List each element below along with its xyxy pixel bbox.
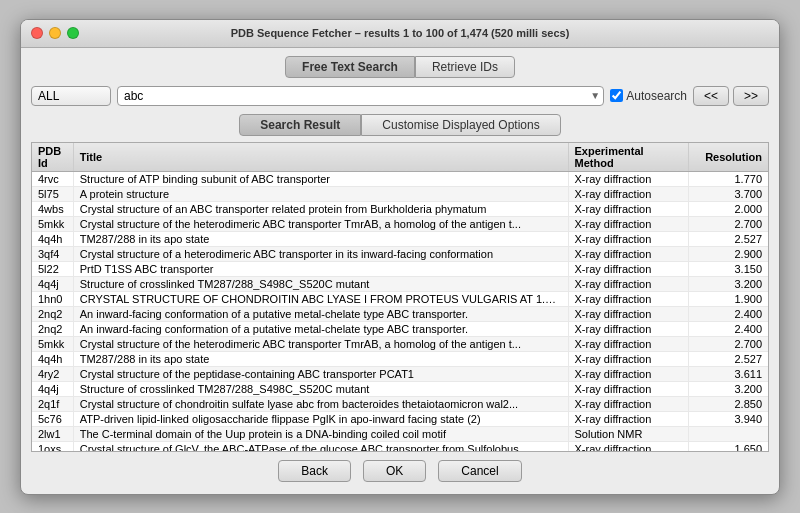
cell-resolution: 2.527 bbox=[688, 231, 768, 246]
cell-resolution: 1.650 bbox=[688, 441, 768, 452]
cell-resolution bbox=[688, 426, 768, 441]
cell-resolution: 3.200 bbox=[688, 276, 768, 291]
cell-resolution: 2.000 bbox=[688, 201, 768, 216]
cell-resolution: 2.527 bbox=[688, 351, 768, 366]
cell-pdb-id: 5mkk bbox=[32, 336, 73, 351]
subtab-bar: Search Result Customise Displayed Option… bbox=[31, 114, 769, 136]
tab-free-text[interactable]: Free Text Search bbox=[285, 56, 415, 78]
bottom-bar: Back OK Cancel bbox=[31, 452, 769, 486]
cell-title: Structure of ATP binding subunit of ABC … bbox=[73, 171, 568, 186]
cell-method: X-ray diffraction bbox=[568, 171, 688, 186]
cell-pdb-id: 1hn0 bbox=[32, 291, 73, 306]
cell-method: X-ray diffraction bbox=[568, 261, 688, 276]
titlebar: PDB Sequence Fetcher – results 1 to 100 … bbox=[21, 20, 779, 48]
table-row[interactable]: 1hn0CRYSTAL STRUCTURE OF CHONDROITIN ABC… bbox=[32, 291, 768, 306]
cell-pdb-id: 4q4j bbox=[32, 276, 73, 291]
next-button[interactable]: >> bbox=[733, 86, 769, 106]
main-window: PDB Sequence Fetcher – results 1 to 100 … bbox=[20, 19, 780, 495]
cancel-button[interactable]: Cancel bbox=[438, 460, 521, 482]
cell-pdb-id: 2lw1 bbox=[32, 426, 73, 441]
table-row[interactable]: 2q1fCrystal structure of chondroitin sul… bbox=[32, 396, 768, 411]
main-tab-bar: Free Text Search Retrieve IDs bbox=[31, 56, 769, 78]
cell-pdb-id: 5mkk bbox=[32, 216, 73, 231]
close-button[interactable] bbox=[31, 27, 43, 39]
cell-resolution: 2.700 bbox=[688, 336, 768, 351]
prev-button[interactable]: << bbox=[693, 86, 729, 106]
col-header-resolution: Resolution bbox=[688, 143, 768, 172]
table-row[interactable]: 4q4hTM287/288 in its apo stateX-ray diff… bbox=[32, 231, 768, 246]
table-row[interactable]: 4q4jStructure of crosslinked TM287/288_S… bbox=[32, 276, 768, 291]
cell-title: Crystal structure of an ABC transporter … bbox=[73, 201, 568, 216]
table-row[interactable]: 4wbsCrystal structure of an ABC transpor… bbox=[32, 201, 768, 216]
cell-method: X-ray diffraction bbox=[568, 411, 688, 426]
cell-resolution: 2.400 bbox=[688, 321, 768, 336]
cell-title: An inward-facing conformation of a putat… bbox=[73, 321, 568, 336]
col-header-title: Title bbox=[73, 143, 568, 172]
table-row[interactable]: 4ry2Crystal structure of the peptidase-c… bbox=[32, 366, 768, 381]
table-row[interactable]: 4q4hTM287/288 in its apo stateX-ray diff… bbox=[32, 351, 768, 366]
table-row[interactable]: 4rvcStructure of ATP binding subunit of … bbox=[32, 171, 768, 186]
cell-resolution: 2.400 bbox=[688, 306, 768, 321]
category-dropdown[interactable]: ALL bbox=[31, 86, 111, 106]
table-row[interactable]: 2lw1The C-terminal domain of the Uup pro… bbox=[32, 426, 768, 441]
cell-pdb-id: 4rvc bbox=[32, 171, 73, 186]
cell-pdb-id: 2nq2 bbox=[32, 321, 73, 336]
cell-method: X-ray diffraction bbox=[568, 396, 688, 411]
traffic-lights bbox=[31, 27, 79, 39]
search-input[interactable] bbox=[117, 86, 604, 106]
cell-title: Structure of crosslinked TM287/288_S498C… bbox=[73, 276, 568, 291]
cell-pdb-id: 3qf4 bbox=[32, 246, 73, 261]
cell-title: TM287/288 in its apo state bbox=[73, 351, 568, 366]
table-row[interactable]: 2nq2An inward-facing conformation of a p… bbox=[32, 306, 768, 321]
subtab-customise[interactable]: Customise Displayed Options bbox=[361, 114, 560, 136]
results-table-container[interactable]: PDB Id Title Experimental Method Resolut… bbox=[31, 142, 769, 452]
table-row[interactable]: 4q4jStructure of crosslinked TM287/288_S… bbox=[32, 381, 768, 396]
cell-method: X-ray diffraction bbox=[568, 186, 688, 201]
cell-resolution: 2.900 bbox=[688, 246, 768, 261]
minimize-button[interactable] bbox=[49, 27, 61, 39]
table-row[interactable]: 1oxsCrystal structure of GlcV, the ABC-A… bbox=[32, 441, 768, 452]
autosearch-label: Autosearch bbox=[610, 89, 687, 103]
cell-pdb-id: 1oxs bbox=[32, 441, 73, 452]
ok-button[interactable]: OK bbox=[363, 460, 426, 482]
back-button[interactable]: Back bbox=[278, 460, 351, 482]
maximize-button[interactable] bbox=[67, 27, 79, 39]
table-row[interactable]: 5mkkCrystal structure of the heterodimer… bbox=[32, 216, 768, 231]
cell-pdb-id: 2q1f bbox=[32, 396, 73, 411]
cell-pdb-id: 4ry2 bbox=[32, 366, 73, 381]
cell-title: ATP-driven lipid-linked oligosaccharide … bbox=[73, 411, 568, 426]
cell-method: X-ray diffraction bbox=[568, 231, 688, 246]
cell-pdb-id: 5l75 bbox=[32, 186, 73, 201]
cell-title: PrtD T1SS ABC transporter bbox=[73, 261, 568, 276]
cell-resolution: 3.611 bbox=[688, 366, 768, 381]
cell-method: X-ray diffraction bbox=[568, 321, 688, 336]
cell-title: Structure of crosslinked TM287/288_S498C… bbox=[73, 381, 568, 396]
table-row[interactable]: 5c76ATP-driven lipid-linked oligosacchar… bbox=[32, 411, 768, 426]
cell-method: X-ray diffraction bbox=[568, 336, 688, 351]
table-row[interactable]: 2nq2An inward-facing conformation of a p… bbox=[32, 321, 768, 336]
cell-pdb-id: 4q4j bbox=[32, 381, 73, 396]
cell-pdb-id: 4wbs bbox=[32, 201, 73, 216]
table-row[interactable]: 5mkkCrystal structure of the heterodimer… bbox=[32, 336, 768, 351]
nav-buttons: << >> bbox=[693, 86, 769, 106]
cell-title: The C-terminal domain of the Uup protein… bbox=[73, 426, 568, 441]
cell-method: X-ray diffraction bbox=[568, 201, 688, 216]
cell-resolution: 3.200 bbox=[688, 381, 768, 396]
cell-method: X-ray diffraction bbox=[568, 366, 688, 381]
table-row[interactable]: 5l22PrtD T1SS ABC transporterX-ray diffr… bbox=[32, 261, 768, 276]
cell-method: Solution NMR bbox=[568, 426, 688, 441]
cell-method: X-ray diffraction bbox=[568, 291, 688, 306]
cell-pdb-id: 5l22 bbox=[32, 261, 73, 276]
subtab-search-result[interactable]: Search Result bbox=[239, 114, 361, 136]
cell-method: X-ray diffraction bbox=[568, 246, 688, 261]
table-row[interactable]: 5l75A protein structureX-ray diffraction… bbox=[32, 186, 768, 201]
tab-retrieve-ids[interactable]: Retrieve IDs bbox=[415, 56, 515, 78]
search-input-wrapper: ▼ bbox=[117, 86, 604, 106]
cell-pdb-id: 4q4h bbox=[32, 231, 73, 246]
cell-title: CRYSTAL STRUCTURE OF CHONDROITIN ABC LYA… bbox=[73, 291, 568, 306]
cell-title: A protein structure bbox=[73, 186, 568, 201]
table-row[interactable]: 3qf4Crystal structure of a heterodimeric… bbox=[32, 246, 768, 261]
autosearch-checkbox[interactable] bbox=[610, 89, 623, 102]
cell-pdb-id: 4q4h bbox=[32, 351, 73, 366]
content-area: Free Text Search Retrieve IDs ALL ▼ Auto… bbox=[21, 48, 779, 494]
